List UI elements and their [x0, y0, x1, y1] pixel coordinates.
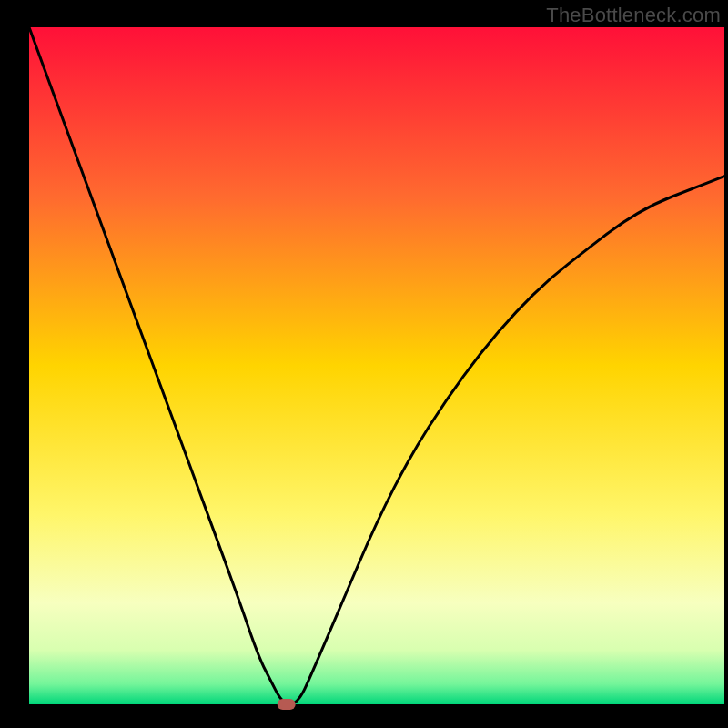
watermark-label: TheBottleneck.com — [546, 4, 721, 27]
bottleneck-chart — [0, 0, 728, 728]
chart-container: TheBottleneck.com — [0, 0, 728, 728]
plot-background — [29, 27, 724, 704]
minimum-marker — [278, 699, 296, 710]
